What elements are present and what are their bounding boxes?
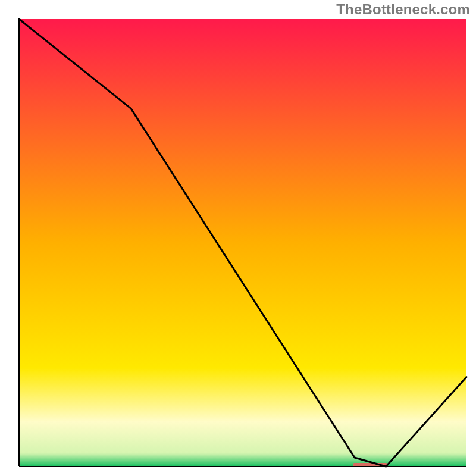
chart-stage: TheBottleneck.com — [0, 0, 476, 476]
chart-svg — [0, 0, 476, 476]
plot-background — [19, 19, 466, 466]
